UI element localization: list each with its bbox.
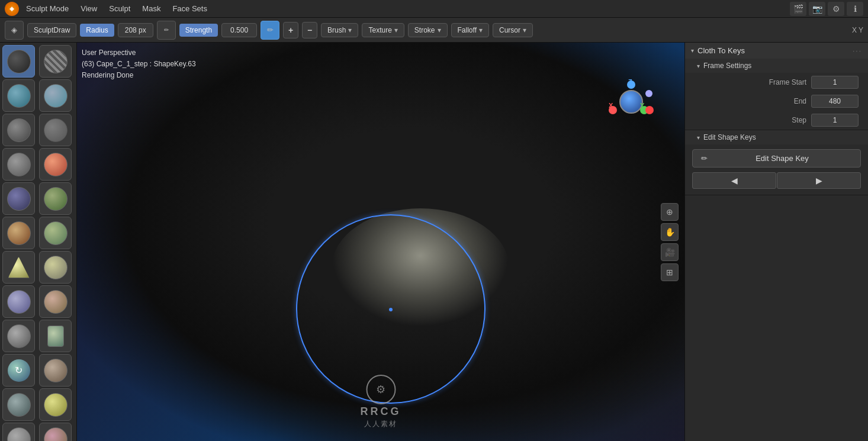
viewport[interactable]: User Perspective (63) Cape_C_1_step : Sh… bbox=[77, 43, 684, 441]
step-row: Step 1 bbox=[685, 111, 868, 130]
cloth-to-keys-arrow: ▾ bbox=[691, 47, 694, 54]
gizmo-x-label: X bbox=[609, 102, 613, 109]
brush-dropdown[interactable]: Brush bbox=[321, 23, 358, 37]
menu-view[interactable]: View bbox=[76, 3, 102, 14]
watermark-subtitle: 人人素材 bbox=[364, 419, 397, 429]
gizmo-z-label: Z bbox=[628, 78, 632, 85]
menu-face-sets[interactable]: Face Sets bbox=[168, 3, 212, 14]
strength-label: Strength bbox=[179, 24, 218, 37]
render-icon[interactable]: 📷 bbox=[809, 2, 825, 16]
end-label: End bbox=[695, 97, 806, 105]
brush-clay-strips[interactable] bbox=[39, 79, 72, 112]
camera-btn[interactable]: 🎥 bbox=[661, 243, 679, 261]
cloth-to-keys-header[interactable]: ▾ Cloth To Keys ··· bbox=[685, 43, 868, 59]
brush-simplify[interactable] bbox=[39, 423, 72, 441]
cloth-to-keys-section: ▾ Cloth To Keys ··· ▾ Frame Settings Fra… bbox=[685, 43, 868, 130]
brush-inflate[interactable] bbox=[39, 114, 72, 146]
brush-multiplane[interactable] bbox=[2, 251, 35, 284]
end-value[interactable]: 480 bbox=[811, 95, 859, 108]
pencil-icon: ✏ bbox=[701, 154, 708, 163]
plus-button[interactable]: + bbox=[283, 22, 298, 38]
falloff-dropdown[interactable]: Falloff bbox=[451, 23, 489, 37]
settings-icon[interactable]: ⚙ bbox=[828, 2, 844, 16]
brush-pose[interactable] bbox=[39, 320, 72, 352]
brush-boundary[interactable] bbox=[39, 388, 72, 421]
brush-draw[interactable] bbox=[2, 45, 35, 78]
watermark: ⚙ RRCG 人人素材 bbox=[361, 375, 401, 429]
texture-dropdown[interactable]: Texture bbox=[362, 23, 404, 37]
brush-cloth[interactable] bbox=[2, 423, 35, 441]
blender-logo: ◈ bbox=[5, 2, 19, 16]
brush-snake-hook[interactable] bbox=[39, 285, 72, 318]
next-shape-key-btn[interactable]: ▶ bbox=[777, 172, 861, 189]
edit-shape-key-label: Edit Shape Key bbox=[712, 154, 852, 163]
prev-shape-key-btn[interactable]: ◀ bbox=[692, 172, 776, 189]
menu-sculpt-mode[interactable]: Sculpt Mode bbox=[21, 3, 73, 14]
brush-slide-relax[interactable] bbox=[2, 388, 35, 421]
pan-btn[interactable]: ✋ bbox=[661, 223, 679, 241]
frame-start-value[interactable]: 1 bbox=[811, 76, 859, 89]
viewport-info: User Perspective (63) Cape_C_1_step : Sh… bbox=[82, 47, 196, 82]
brush-crease[interactable] bbox=[39, 148, 72, 181]
brush-scrape[interactable] bbox=[39, 217, 72, 249]
end-row: End 480 bbox=[685, 92, 868, 111]
menu-mask[interactable]: Mask bbox=[137, 3, 165, 14]
brush-grab[interactable] bbox=[2, 285, 35, 318]
brush-smooth[interactable] bbox=[2, 182, 35, 215]
brush-layer[interactable] bbox=[2, 114, 35, 146]
cloth-to-keys-dots: ··· bbox=[853, 47, 862, 55]
brush-rotate[interactable] bbox=[39, 354, 72, 387]
viewport-gizmo[interactable]: Z X Y bbox=[607, 78, 655, 125]
sculpt-center-dot bbox=[389, 308, 393, 311]
object-info: (63) Cape_C_1_step : ShapeKey.63 bbox=[82, 59, 196, 70]
step-value[interactable]: 1 bbox=[811, 114, 859, 127]
watermark-logo: ⚙ bbox=[366, 375, 396, 404]
minus-button[interactable]: − bbox=[302, 22, 317, 38]
right-panel: ▾ Cloth To Keys ··· ▾ Frame Settings Fra… bbox=[684, 43, 868, 441]
frame-settings-arrow: ▾ bbox=[697, 63, 700, 69]
viewport-tools: ⊕ ✋ 🎥 ⊞ bbox=[661, 203, 679, 281]
zoom-in-btn[interactable]: ⊕ bbox=[661, 203, 679, 221]
gizmo-sphere bbox=[619, 90, 643, 114]
gizmo-blue-dot bbox=[645, 90, 652, 97]
edit-shape-key-button[interactable]: ✏ Edit Shape Key bbox=[692, 149, 861, 168]
stroke-dropdown[interactable]: Stroke bbox=[408, 23, 448, 37]
frame-settings-header[interactable]: ▾ Frame Settings bbox=[685, 59, 868, 73]
brush-thumb[interactable] bbox=[2, 320, 35, 352]
render-status: Rendering Done bbox=[82, 70, 196, 81]
scene-icon[interactable]: 🎬 bbox=[790, 2, 806, 16]
watermark-brand: RRCG bbox=[361, 405, 401, 418]
radius-label: Radius bbox=[80, 24, 114, 37]
gizmo-y-label: Y bbox=[640, 102, 644, 109]
brush-flatten[interactable] bbox=[39, 182, 72, 215]
brush-nudge[interactable]: ↻ bbox=[2, 354, 35, 387]
grid-btn[interactable]: ⊞ bbox=[661, 263, 679, 281]
brush-icon-btn[interactable]: ◈ bbox=[5, 21, 24, 40]
shape-key-nav: ◀ ▶ bbox=[692, 172, 861, 189]
edit-shape-keys-section: ▾ Edit Shape Keys ✏ Edit Shape Key ◀ ▶ bbox=[685, 130, 868, 195]
tool-name-label[interactable]: SculptDraw bbox=[27, 23, 76, 37]
edit-shape-keys-title: Edit Shape Keys bbox=[703, 133, 756, 141]
cursor-dropdown[interactable]: Cursor bbox=[493, 23, 533, 37]
brush-fill[interactable] bbox=[2, 217, 35, 249]
top-menu-bar: ◈ Sculpt Mode View Sculpt Mask Face Sets… bbox=[0, 0, 868, 18]
menu-sculpt[interactable]: Sculpt bbox=[104, 3, 135, 14]
brush-clay[interactable] bbox=[2, 79, 35, 112]
frame-start-label: Frame Start bbox=[695, 78, 806, 86]
frame-settings-title: Frame Settings bbox=[703, 62, 751, 70]
brush-draw-sharp[interactable] bbox=[39, 45, 72, 78]
xy-label: X Y bbox=[852, 26, 863, 34]
info-icon[interactable]: ℹ bbox=[847, 2, 863, 16]
radius-icon[interactable]: ✏ bbox=[157, 21, 176, 40]
strength-value[interactable]: 0.500 bbox=[221, 23, 257, 37]
toolbar: ◈ SculptDraw Radius 208 px ✏ Strength 0.… bbox=[0, 18, 868, 43]
gizmo-red-dot bbox=[645, 106, 654, 114]
strength-icon[interactable]: ✏ bbox=[261, 21, 279, 40]
frame-start-row: Frame Start 1 bbox=[685, 73, 868, 92]
edit-shape-keys-header[interactable]: ▾ Edit Shape Keys bbox=[685, 130, 868, 144]
radius-value[interactable]: 208 px bbox=[118, 23, 153, 37]
brush-blob[interactable] bbox=[2, 148, 35, 181]
perspective-label: User Perspective bbox=[82, 47, 196, 59]
brush-pinch[interactable] bbox=[39, 251, 72, 284]
cloth-to-keys-title: Cloth To Keys bbox=[697, 46, 849, 55]
